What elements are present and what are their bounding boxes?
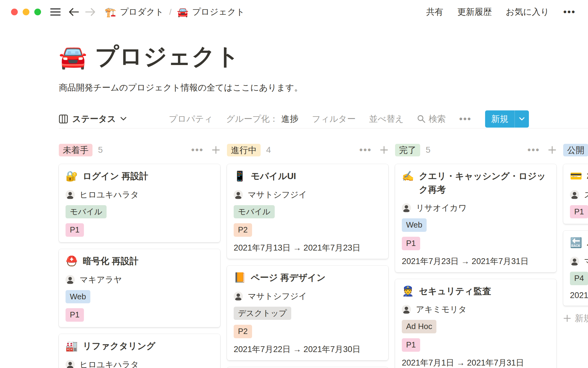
column-header: 公開 ••• xyxy=(563,144,588,156)
filter-button[interactable]: フィルター xyxy=(312,113,356,125)
sidebar-menu-icon[interactable] xyxy=(50,8,61,16)
column-more-options-icon[interactable]: ••• xyxy=(527,145,540,155)
zoom-window-button[interactable] xyxy=(34,9,41,15)
more-options-icon[interactable]: ••• xyxy=(563,7,576,17)
card-assignee: マサトシフジイ xyxy=(234,189,382,200)
project-card[interactable]: ✍️ クエリ・キャッシング・ロジック再考 リサオイカワ WebP1 2021年7… xyxy=(395,164,556,272)
project-card[interactable]: 📱 モバイルUI マサトシフジイ モバイルP2 2021年7月13日 → 202… xyxy=(227,164,388,259)
assignee-name: ヒロユキハラタ xyxy=(80,189,139,200)
card-title-text: セキュリティ監査 xyxy=(419,285,491,298)
column-add-card-icon[interactable] xyxy=(548,146,556,154)
project-card[interactable]: 🔙 バ マ P4 2021 xyxy=(563,231,588,305)
assignee-avatar xyxy=(402,203,411,213)
assignee-avatar xyxy=(570,257,579,266)
card-title-row: 👮 セキュリティ監査 xyxy=(402,285,550,298)
card-assignee: ヒロユキハラタ xyxy=(66,359,213,368)
card-emoji-icon: 👮 xyxy=(402,285,414,298)
card-tag: Ad Hoc xyxy=(402,320,436,333)
traffic-lights xyxy=(11,9,41,15)
column-status-badge[interactable]: 公開 xyxy=(563,144,588,156)
page-title[interactable]: 🚘 プロジェクト xyxy=(59,41,588,73)
card-tag: Web xyxy=(402,218,427,232)
add-new-card-button[interactable]: 新規 xyxy=(563,312,588,324)
page-icon-car-emoji[interactable]: 🚘 xyxy=(59,46,87,68)
assignee-avatar xyxy=(66,275,75,284)
card-tag-row: モバイル xyxy=(66,200,213,219)
column-count: 4 xyxy=(266,145,271,155)
card-tag: P1 xyxy=(402,338,420,352)
project-card[interactable]: ⛑️ 暗号化 再設計 マキアラヤ WebP1 xyxy=(59,249,220,327)
project-card[interactable]: 🔐 ログイン 再設計 ヒロユキハラタ モバイルP1 xyxy=(59,164,220,242)
breadcrumb-item-project[interactable]: 🚘 プロジェクト xyxy=(177,6,245,18)
card-tag-row: Web xyxy=(402,213,550,232)
view-tab-status[interactable]: ステータス xyxy=(59,113,126,125)
chevron-down-icon xyxy=(120,117,126,121)
card-title-text: 暗号化 再設計 xyxy=(83,255,138,268)
project-card[interactable]: 🏭 リファクタリング ヒロユキハラタ Ad HocP1 xyxy=(59,334,220,368)
column-status-badge[interactable]: 完了 xyxy=(395,144,420,156)
card-date-range: 2021年7月13日 → 2021年7月23日 xyxy=(234,242,382,253)
column-more-options-icon[interactable]: ••• xyxy=(191,145,204,155)
back-arrow-icon[interactable] xyxy=(69,8,79,16)
card-tag: デスクトップ xyxy=(234,307,291,320)
assignee-name: リサオイカワ xyxy=(416,202,467,213)
card-emoji-icon: 📙 xyxy=(234,271,246,285)
column-header-icons: ••• xyxy=(191,145,220,155)
board-column: 進行中 4 ••• 📱 モバイルUI マサトシフジイ モバイルP2 2021年7… xyxy=(227,144,388,356)
new-button-label[interactable]: 新規 xyxy=(485,110,514,128)
card-assignee: ス xyxy=(570,189,588,200)
group-by-button[interactable]: グループ化： 進捗 xyxy=(226,113,299,125)
updates-button[interactable]: 更新履歴 xyxy=(458,6,492,18)
column-cards: 📱 モバイルUI マサトシフジイ モバイルP2 2021年7月13日 → 202… xyxy=(227,164,388,368)
board-column: 未着手 5 ••• 🔐 ログイン 再設計 ヒロユキハラタ モバイルP1 ⛑️ xyxy=(59,144,220,356)
favorite-button[interactable]: お気に入り xyxy=(506,6,549,18)
card-tag: P1 xyxy=(66,223,84,237)
column-count: 5 xyxy=(426,145,431,155)
card-title-text: ログイン 再設計 xyxy=(83,170,148,183)
card-assignee: マサトシフジイ xyxy=(234,291,382,302)
card-tag: モバイル xyxy=(66,205,107,219)
card-assignee: ヒロユキハラタ xyxy=(66,189,213,200)
card-tag: P2 xyxy=(234,325,252,338)
new-button[interactable]: 新規 xyxy=(485,110,529,128)
card-tag-row: P1 xyxy=(570,200,588,219)
assignee-name: マサトシフジイ xyxy=(248,189,307,200)
toolbar-right: プロパティ グループ化： 進捗 フィルター 並べ替え 検索 ••• 新規 xyxy=(169,110,529,128)
card-tag: P1 xyxy=(402,237,420,250)
sort-button[interactable]: 並べ替え xyxy=(369,113,404,125)
card-tag: モバイル xyxy=(234,205,275,219)
forward-arrow-icon[interactable] xyxy=(85,8,96,16)
properties-button[interactable]: プロパティ xyxy=(169,113,213,125)
project-card[interactable]: 💳 株 ス P1 xyxy=(563,164,588,224)
card-tag-row: P1 xyxy=(66,303,213,322)
view-toolbar: ステータス プロパティ グループ化： 進捗 フィルター 並べ替え 検索 ••• … xyxy=(59,109,588,128)
page-title-text[interactable]: プロジェクト xyxy=(95,41,240,73)
column-status-badge[interactable]: 未着手 xyxy=(59,144,92,156)
search-label: 検索 xyxy=(428,113,446,125)
new-button-chevron-icon[interactable] xyxy=(515,110,529,128)
board-column: 公開 ••• 💳 株 ス P1 🔙 バ xyxy=(563,144,588,356)
column-more-options-icon[interactable]: ••• xyxy=(359,145,372,155)
card-tags: デスクトップP2 xyxy=(234,302,382,339)
assignee-avatar xyxy=(402,305,411,314)
minimize-window-button[interactable] xyxy=(23,9,29,15)
card-tag-row: P2 xyxy=(234,218,382,237)
card-assignee: アキミモリタ xyxy=(402,304,550,315)
project-card[interactable]: 📙 ページ 再デザイン マサトシフジイ デスクトップP2 2021年7月22日 … xyxy=(227,266,388,360)
project-card[interactable]: 👮 セキュリティ監査 アキミモリタ Ad HocP1 2021年7月1日 → 2… xyxy=(395,279,556,368)
share-button[interactable]: 共有 xyxy=(426,6,443,18)
page-description[interactable]: 商品開発チームのプロジェクト情報の全てはここにあります。 xyxy=(59,82,588,94)
card-assignee: マキアラヤ xyxy=(66,274,213,285)
close-window-button[interactable] xyxy=(11,9,18,15)
card-emoji-icon: ⛑️ xyxy=(66,255,78,268)
column-add-card-icon[interactable] xyxy=(380,146,388,154)
search-button[interactable]: 検索 xyxy=(417,113,446,125)
column-status-badge[interactable]: 進行中 xyxy=(227,144,261,156)
card-tag-row: P1 xyxy=(402,232,550,250)
group-by-value: 進捗 xyxy=(281,113,299,125)
card-tags: WebP1 xyxy=(66,285,213,322)
column-add-card-icon[interactable] xyxy=(212,146,220,154)
view-more-options-icon[interactable]: ••• xyxy=(459,114,472,124)
card-tag-row: P2 xyxy=(234,320,382,338)
breadcrumb-item-product[interactable]: 🏗️ プロダクト xyxy=(105,6,164,18)
